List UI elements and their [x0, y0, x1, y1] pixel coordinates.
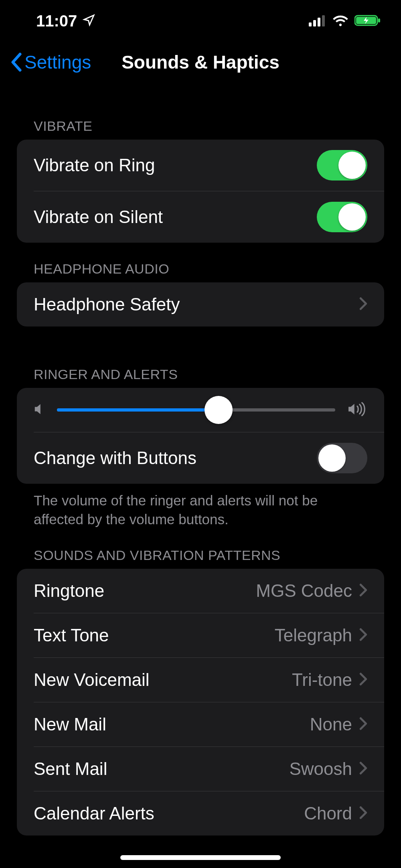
row-headphone-safety[interactable]: Headphone Safety [17, 282, 384, 327]
toggle-change-with-buttons[interactable] [317, 443, 367, 473]
row-value: MGS Codec [256, 581, 352, 601]
row-value: Telegraph [275, 625, 352, 645]
svg-rect-0 [309, 22, 312, 26]
row-new-voicemail[interactable]: New VoicemailTri-tone [17, 658, 384, 702]
toggle-vibrate-on-ring[interactable] [317, 150, 367, 180]
row-ringtone[interactable]: RingtoneMGS Codec [17, 569, 384, 613]
volume-slider[interactable] [57, 408, 335, 412]
row-vibrate-on-ring[interactable]: Vibrate on Ring [17, 140, 384, 191]
chevron-right-icon [359, 297, 367, 312]
svg-rect-6 [378, 18, 380, 22]
cellular-icon [309, 12, 326, 30]
nav-bar: Settings Sounds & Haptics [0, 34, 401, 82]
chevron-left-icon [10, 53, 22, 72]
chevron-right-icon [359, 672, 367, 688]
section-header-headphone: Headphone Audio [17, 243, 384, 282]
row-label: Vibrate on Silent [34, 207, 163, 227]
location-icon [83, 12, 95, 30]
row-sent-mail[interactable]: Sent MailSwoosh [17, 747, 384, 791]
section-header-patterns: Sounds and Vibration Patterns [17, 529, 384, 569]
chevron-right-icon [359, 583, 367, 598]
chevron-right-icon [359, 628, 367, 643]
row-value: Swoosh [289, 759, 352, 779]
group-vibrate: Vibrate on Ring Vibrate on Silent [17, 140, 384, 243]
row-label: New Mail [34, 714, 106, 734]
home-indicator[interactable] [120, 855, 281, 860]
status-bar: 11:07 [0, 0, 401, 34]
group-patterns: RingtoneMGS CodecText ToneTelegraphNew V… [17, 569, 384, 836]
row-label: New Voicemail [34, 670, 150, 690]
speaker-high-icon [347, 402, 367, 418]
speaker-low-icon [34, 402, 45, 418]
row-value: Chord [304, 803, 352, 823]
row-change-with-buttons[interactable]: Change with Buttons [17, 432, 384, 484]
back-button[interactable]: Settings [10, 51, 91, 73]
row-volume-slider[interactable] [17, 388, 384, 432]
row-calendar-alerts[interactable]: Calendar AlertsChord [17, 791, 384, 836]
section-header-vibrate: Vibrate [17, 82, 384, 140]
group-headphone: Headphone Safety [17, 282, 384, 327]
chevron-right-icon [359, 761, 367, 777]
row-label: Change with Buttons [34, 448, 196, 468]
section-header-ringer: Ringer and Alerts [17, 327, 384, 388]
slider-thumb[interactable] [205, 396, 233, 424]
section-footer-ringer: The volume of the ringer and alerts will… [17, 484, 384, 529]
row-text-tone[interactable]: Text ToneTelegraph [17, 613, 384, 657]
back-label: Settings [24, 51, 91, 73]
svg-rect-1 [313, 20, 316, 26]
row-new-mail[interactable]: New MailNone [17, 702, 384, 746]
row-value: Tri-tone [292, 670, 352, 690]
chevron-right-icon [359, 717, 367, 732]
row-vibrate-on-silent[interactable]: Vibrate on Silent [17, 191, 384, 243]
row-label: Ringtone [34, 581, 104, 601]
row-label: Calendar Alerts [34, 803, 154, 823]
chevron-right-icon [359, 806, 367, 821]
battery-charging-icon [354, 12, 381, 30]
row-label: Headphone Safety [34, 294, 180, 314]
svg-rect-3 [322, 15, 325, 26]
toggle-vibrate-on-silent[interactable] [317, 202, 367, 232]
group-ringer: Change with Buttons [17, 388, 384, 484]
row-value: None [310, 714, 352, 734]
row-label: Text Tone [34, 625, 109, 645]
row-label: Vibrate on Ring [34, 155, 155, 175]
row-label: Sent Mail [34, 759, 107, 779]
wifi-icon [332, 12, 349, 30]
svg-rect-2 [318, 18, 320, 26]
status-time: 11:07 [36, 12, 77, 30]
